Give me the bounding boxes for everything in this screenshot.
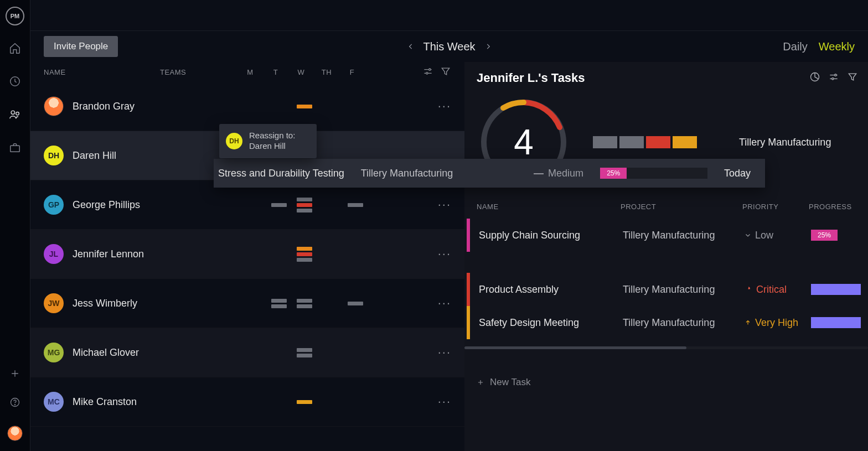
task-color-indicator	[467, 219, 470, 252]
col-days-header: M T W TH F	[237, 68, 365, 76]
workload-grid	[266, 105, 394, 108]
dragged-task-priority: —Medium	[534, 168, 583, 179]
nav-clock[interactable]	[9, 75, 21, 90]
global-sidebar: PM	[0, 0, 30, 451]
row-more-button[interactable]: ···	[438, 198, 451, 212]
col-name-header: NAME	[44, 68, 160, 76]
task-chip[interactable]	[297, 354, 312, 357]
home-icon	[9, 42, 21, 54]
panel-filter-button[interactable]	[847, 71, 858, 85]
arrow-up-icon	[745, 319, 751, 326]
svg-point-9	[835, 74, 836, 76]
app-logo[interactable]: PM	[6, 7, 24, 25]
task-chip[interactable]	[348, 302, 363, 305]
project-legend: Tillery Manufacturing	[739, 137, 831, 148]
row-more-button[interactable]: ···	[438, 99, 451, 113]
person-row[interactable]: JW Jess Wimberly ···	[30, 279, 464, 328]
week-prev-button[interactable]	[406, 40, 414, 53]
invite-people-button[interactable]: Invite People	[44, 36, 118, 57]
task-row[interactable]: Supply Chain Sourcing Tillery Manufactur…	[477, 219, 868, 252]
week-next-button[interactable]	[484, 40, 492, 53]
task-chip[interactable]	[348, 203, 363, 207]
avatar: JW	[44, 293, 64, 313]
filter-icon	[440, 66, 451, 77]
task-col-name: NAME	[477, 203, 621, 211]
view-weekly-tab[interactable]: Weekly	[819, 40, 855, 53]
svg-point-2	[16, 112, 19, 115]
task-chip[interactable]	[297, 198, 312, 201]
person-row[interactable]: JL Jennifer Lennon ···	[30, 230, 464, 279]
panel-settings-button[interactable]	[828, 71, 839, 85]
task-name: Product Assembly	[479, 284, 623, 296]
header-bar: Invite People This Week Daily Weekly	[30, 31, 868, 62]
nav-home[interactable]	[9, 42, 21, 56]
task-chip[interactable]	[297, 247, 312, 251]
task-project: Tillery Manufacturing	[623, 317, 745, 329]
settings-button[interactable]	[422, 66, 433, 79]
task-chip[interactable]	[271, 299, 287, 303]
add-button[interactable]	[9, 368, 20, 381]
task-chip[interactable]	[271, 203, 287, 207]
task-chip[interactable]	[297, 299, 312, 303]
topbar-spacer	[30, 0, 868, 31]
app-root: PM Invite People This Week Daily Weekly	[0, 0, 868, 451]
filter-icon	[847, 71, 858, 82]
col-teams-header: TEAMS	[160, 68, 237, 76]
row-more-button[interactable]: ···	[438, 395, 451, 409]
task-project: Tillery Manufacturing	[623, 284, 745, 296]
user-avatar[interactable]	[7, 426, 23, 441]
person-name: Jennifer Lennon	[73, 248, 189, 260]
task-chip[interactable]	[297, 348, 312, 352]
flame-icon	[745, 286, 752, 293]
task-row[interactable]: Safety Design Meeting Tillery Manufactur…	[477, 306, 868, 339]
view-daily-tab[interactable]: Daily	[783, 40, 807, 53]
view-toggle: Daily Weekly	[783, 40, 855, 53]
team-workload-panel: NAME TEAMS M T W TH F	[30, 62, 464, 451]
row-more-button[interactable]: ···	[438, 296, 451, 310]
person-name: George Phillips	[73, 199, 189, 211]
task-chip[interactable]	[297, 105, 312, 108]
week-label: This Week	[423, 40, 475, 53]
task-panel-title: Jennifer L.'s Tasks	[477, 71, 585, 85]
horizontal-scrollbar[interactable]	[464, 346, 868, 349]
avatar: MG	[44, 343, 64, 362]
avatar	[44, 96, 64, 116]
chevron-left-icon	[406, 43, 414, 50]
briefcase-icon	[9, 142, 21, 154]
task-chip[interactable]	[297, 209, 312, 212]
task-priority: Low	[745, 230, 811, 241]
nav-team[interactable]	[9, 108, 21, 123]
task-name: Supply Chain Sourcing	[479, 230, 623, 241]
dragged-task-due: Today	[724, 168, 751, 179]
task-chip[interactable]	[297, 203, 312, 207]
svg-rect-3	[11, 146, 20, 152]
workload-column-header: NAME TEAMS M T W TH F	[30, 62, 464, 82]
svg-point-10	[832, 78, 834, 80]
task-chip[interactable]	[297, 400, 312, 404]
person-name: Daren Hill	[73, 150, 189, 162]
help-button[interactable]	[9, 397, 20, 410]
task-columns-header: NAME PROJECT PRIORITY PROGRESS	[477, 203, 868, 211]
person-row[interactable]: MC Mike Cranston ···	[30, 377, 464, 427]
filter-button[interactable]	[440, 66, 451, 79]
reassign-avatar: DH	[226, 133, 242, 149]
task-chip[interactable]	[271, 304, 287, 308]
day-th: TH	[314, 68, 339, 76]
nav-work[interactable]	[9, 142, 21, 156]
person-row[interactable]: MG Michael Glover ···	[30, 328, 464, 377]
dragged-task-card[interactable]: Stress and Durability Testing Tillery Ma…	[214, 159, 765, 188]
avatar: MC	[44, 392, 64, 412]
new-task-button[interactable]: New Task	[477, 377, 868, 388]
week-navigator: This Week	[406, 40, 492, 53]
person-row[interactable]: GP George Phillips ···	[30, 180, 464, 230]
sidebar-bottom	[7, 368, 23, 451]
row-more-button[interactable]: ···	[438, 247, 451, 261]
main-area: Invite People This Week Daily Weekly NAM…	[30, 0, 868, 451]
task-name: Safety Design Meeting	[479, 317, 623, 329]
task-chip[interactable]	[297, 258, 312, 262]
task-chip[interactable]	[297, 252, 312, 256]
chart-view-button[interactable]	[809, 71, 820, 85]
task-chip[interactable]	[297, 304, 312, 308]
task-row[interactable]: Product Assembly Tillery Manufacturing C…	[477, 273, 868, 306]
row-more-button[interactable]: ···	[438, 345, 451, 360]
